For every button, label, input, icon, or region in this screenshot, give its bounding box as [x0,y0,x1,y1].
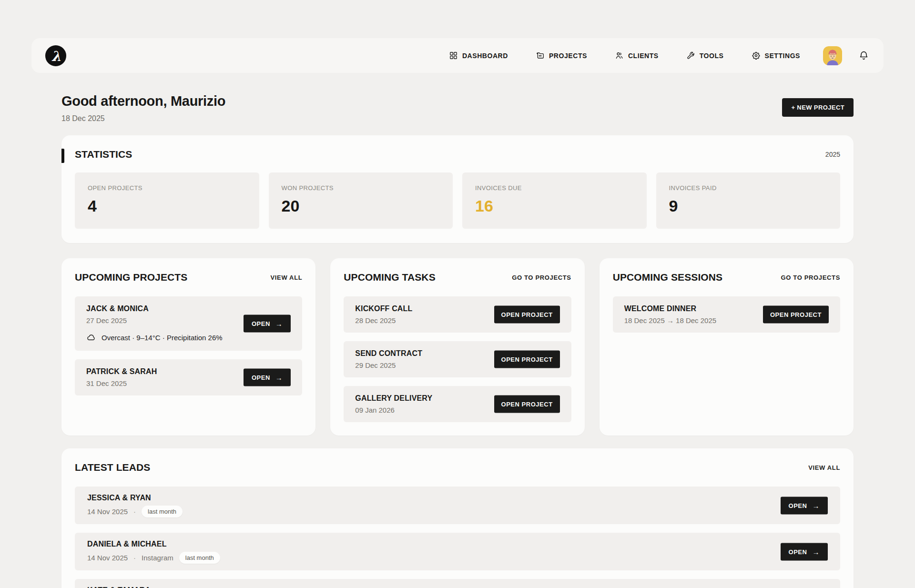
lead-source: Instagram [142,554,173,562]
stat-value: 20 [282,197,440,215]
open-project-label: OPEN PROJECT [770,311,822,318]
statistics-card: STATISTICS 2025 OPEN PROJECTS 4 WON PROJ… [61,135,854,243]
lead-meta: 14 Nov 2025 · Instagram last month [87,552,828,564]
upcoming-sessions-title: UPCOMING SESSIONS [613,272,723,283]
open-project-button[interactable]: OPEN PROJECT [494,306,560,324]
upcoming-projects-title: UPCOMING PROJECTS [75,272,187,283]
page-title: Good afternoon, Maurizio [61,93,225,109]
dashboard-grid-icon [449,51,458,60]
view-all-link[interactable]: VIEW ALL [271,274,303,281]
stat-tile-open-projects: OPEN PROJECTS 4 [75,172,259,229]
open-project-label: OPEN PROJECT [501,356,553,363]
open-project-button[interactable]: OPEN → [244,369,291,386]
upcoming-projects-card: UPCOMING PROJECTS VIEW ALL JACK & MONICA… [61,258,315,436]
page-header: Good afternoon, Maurizio 18 Dec 2025 + N… [61,93,854,123]
lead-date: 14 Nov 2025 [87,554,128,562]
lead-date: 14 Nov 2025 [87,507,128,516]
open-project-label: OPEN PROJECT [501,311,553,318]
meta-separator-dot: · [133,507,136,516]
stat-grid: OPEN PROJECTS 4 WON PROJECTS 20 INVOICES… [75,172,840,229]
nav-item-tools[interactable]: TOOLS [686,51,724,60]
lead-age-badge: last month [142,506,183,517]
meta-separator-dot: · [133,554,136,562]
lead-row: JESSICA & RYAN 14 Nov 2025 · last month … [75,487,840,524]
lead-name: JESSICA & RYAN [87,494,828,502]
clients-icon [615,51,624,60]
cloud-icon [86,333,96,343]
upcoming-sessions-card: UPCOMING SESSIONS GO TO PROJECTS WELCOME… [600,258,854,436]
statistics-title: STATISTICS [75,149,132,160]
lead-meta: 14 Nov 2025 · last month [87,506,828,517]
lead-age-badge: last month [179,552,220,564]
stat-label: WON PROJECTS [282,184,440,192]
open-label: OPEN [789,548,807,555]
nav-right-group [823,46,869,65]
lead-name: KATE & TAMARA [87,586,828,588]
statistics-year: 2025 [825,151,840,158]
arrow-right-icon: → [812,548,820,555]
svg-text:λ: λ [51,48,61,64]
wrench-icon [686,51,695,60]
top-nav-bar: λ DASHBOARD PROJECTS CLIENTS [31,38,884,73]
user-avatar[interactable] [823,46,842,65]
task-row: GALLERY DELIVERY 09 Jan 2026 OPEN PROJEC… [344,386,571,422]
open-project-button[interactable]: OPEN PROJECT [494,351,560,368]
open-label: OPEN [789,502,807,509]
project-row: PATRICK & SARAH 31 Dec 2025 OPEN → [75,359,302,395]
stat-value: 9 [669,197,828,215]
folder-icon [536,51,545,60]
gear-icon [752,51,761,60]
go-to-projects-link[interactable]: GO TO PROJECTS [781,274,840,281]
nav-item-projects[interactable]: PROJECTS [536,51,587,60]
nav-label-projects: PROJECTS [549,52,587,60]
dashboard-columns: UPCOMING PROJECTS VIEW ALL JACK & MONICA… [61,258,854,436]
open-lead-button[interactable]: OPEN → [781,543,828,560]
statistics-header: STATISTICS 2025 [75,149,840,160]
new-project-button[interactable]: + NEW PROJECT [782,98,854,117]
nav-label-settings: SETTINGS [765,52,801,60]
upcoming-tasks-card: UPCOMING TASKS GO TO PROJECTS KICKOFF CA… [330,258,584,436]
view-all-link[interactable]: VIEW ALL [808,464,840,471]
open-project-label: OPEN PROJECT [501,401,553,408]
arrow-right-icon: → [275,320,283,327]
nav-item-dashboard[interactable]: DASHBOARD [449,51,508,60]
open-label: OPEN [252,320,270,327]
lead-row: KATE & TAMARA 12 Nov 2025 · last month O… [75,579,840,588]
task-row: SEND CONTRACT 29 Dec 2025 OPEN PROJECT [344,341,571,377]
lead-row: DANIELA & MICHAEL 14 Nov 2025 · Instagra… [75,533,840,570]
latest-leads-title: LATEST LEADS [75,462,150,473]
project-name: JACK & MONICA [86,304,291,313]
current-date: 18 Dec 2025 [61,114,225,123]
nav-item-clients[interactable]: CLIENTS [615,51,659,60]
arrow-right-icon: → [275,374,283,381]
weather-text: Overcast · 9–14°C · Precipitation 26% [102,334,223,342]
open-project-button[interactable]: OPEN PROJECT [494,395,560,413]
notifications-bell-icon[interactable] [858,50,869,61]
stat-label: OPEN PROJECTS [88,184,246,192]
stat-label: INVOICES PAID [669,184,828,192]
latest-leads-card: LATEST LEADS VIEW ALL JESSICA & RYAN 14 … [61,448,854,588]
nav-label-tools: TOOLS [700,52,724,60]
upcoming-tasks-title: UPCOMING TASKS [344,272,435,283]
project-weather: Overcast · 9–14°C · Precipitation 26% [86,333,291,343]
nav-label-clients: CLIENTS [628,52,659,60]
open-project-button[interactable]: OPEN PROJECT [763,306,829,324]
stat-value: 4 [88,197,246,215]
open-label: OPEN [252,374,270,381]
section-accent-bar [61,149,64,163]
go-to-projects-link[interactable]: GO TO PROJECTS [512,274,571,281]
stat-value: 16 [475,197,634,215]
lead-name: DANIELA & MICHAEL [87,540,828,548]
task-row: KICKOFF CALL 28 Dec 2025 OPEN PROJECT [344,296,571,333]
main-menu: DASHBOARD PROJECTS CLIENTS TOOLS [449,51,800,60]
greeting-block: Good afternoon, Maurizio 18 Dec 2025 [61,93,225,123]
stat-tile-invoices-paid: INVOICES PAID 9 [656,172,841,229]
open-lead-button[interactable]: OPEN → [781,497,828,514]
arrow-right-icon: → [812,502,820,509]
open-project-button[interactable]: OPEN → [244,315,291,333]
nav-item-settings[interactable]: SETTINGS [752,51,801,60]
stat-tile-won-projects: WON PROJECTS 20 [269,172,453,229]
stat-label: INVOICES DUE [475,184,634,192]
brand-logo[interactable]: λ [45,45,67,67]
project-row: JACK & MONICA 27 Dec 2025 Overcast · 9–1… [75,296,302,351]
